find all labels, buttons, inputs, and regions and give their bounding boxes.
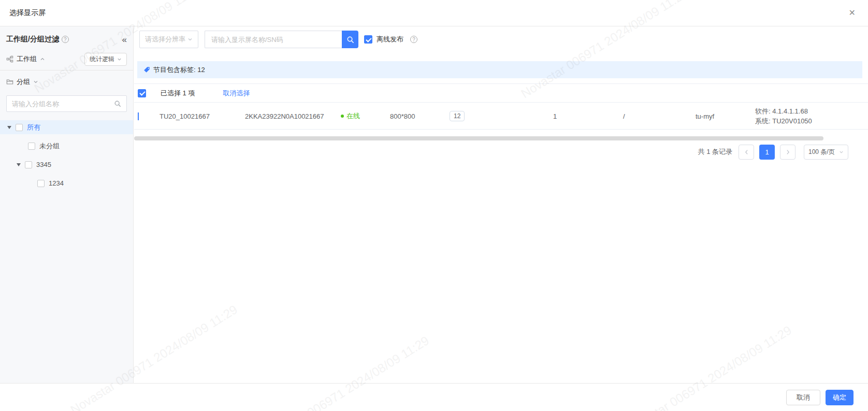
select-display-dialog: Novastar 006971 2024/08/09 11:29 Novasta…: [0, 0, 868, 411]
screen-owner: tu-myf: [691, 112, 751, 120]
tree-label: 1234: [49, 179, 64, 187]
close-icon[interactable]: ✕: [849, 9, 856, 17]
group-search-input[interactable]: [12, 100, 114, 108]
clear-selection-link[interactable]: 取消选择: [223, 89, 250, 98]
sidebar-divider: [0, 70, 133, 70]
tree-label: 所有: [27, 123, 40, 132]
tree-item-ungrouped[interactable]: 未分组: [0, 139, 133, 153]
folder-icon: [6, 78, 13, 86]
software-version: 软件: 4.1.4.1.1.68: [755, 106, 868, 116]
group-search-box: [6, 95, 127, 112]
row-checkbox[interactable]: [138, 112, 139, 120]
dialog-footer: 取消 确定: [0, 383, 868, 411]
search-icon[interactable]: [114, 100, 121, 107]
screen-status: 在线: [337, 111, 386, 121]
sidebar-header: 工作组/分组过滤 ? «: [0, 26, 133, 50]
online-dot-icon: [341, 115, 344, 118]
next-page-button[interactable]: [780, 145, 795, 160]
expand-caret-icon[interactable]: [17, 163, 21, 166]
tree-checkbox-ungrouped[interactable]: [28, 143, 35, 150]
tree-item-3345[interactable]: 3345: [0, 158, 133, 172]
search-button[interactable]: [342, 31, 358, 48]
expand-caret-icon[interactable]: [7, 126, 11, 129]
resolution-select[interactable]: 请选择分辨率: [139, 31, 198, 48]
chevron-up-icon: [40, 56, 45, 62]
tag-icon: [143, 66, 150, 73]
select-all-checkbox[interactable]: [138, 89, 146, 97]
screen-search-group: [205, 31, 358, 48]
screen-table-row[interactable]: TU20_10021667 2KKA23922N0A10021667 在线 80…: [134, 103, 868, 130]
prev-page-button[interactable]: [739, 145, 754, 160]
confirm-button[interactable]: 确定: [826, 390, 853, 405]
page-size-value: 100 条/页: [808, 148, 835, 157]
page-1-button[interactable]: 1: [759, 145, 775, 160]
stats-logic-button[interactable]: 统计逻辑: [84, 53, 127, 66]
status-text: 在线: [346, 111, 360, 121]
group-label: 分组: [17, 77, 30, 87]
system-version: 系统: TU20V01050: [755, 116, 868, 126]
main-panel: 请选择分辨率 离线发布 ? 节目包含标签: 12 已选择: [134, 26, 868, 383]
resolution-placeholder: 请选择分辨率: [145, 35, 187, 44]
screen-group-path: /: [619, 112, 691, 120]
workgroup-section-header[interactable]: 工作组 统计逻辑: [0, 50, 133, 68]
help-icon[interactable]: ?: [62, 36, 69, 43]
workgroup-icon: [6, 55, 13, 63]
stats-logic-label: 统计逻辑: [90, 55, 114, 64]
group-tree: 所有 未分组 3345 1234: [0, 120, 133, 190]
help-icon[interactable]: ?: [410, 36, 417, 43]
offline-publish-checkbox[interactable]: [364, 35, 372, 44]
program-tag-filter-bar: 节目包含标签: 12: [137, 61, 862, 78]
offline-publish-label: 离线发布: [377, 35, 403, 44]
tree-item-all[interactable]: 所有: [0, 120, 133, 134]
tree-checkbox-3345[interactable]: [25, 161, 32, 168]
selection-bar: 已选择 1 项 取消选择: [134, 83, 868, 103]
toolbar: 请选择分辨率 离线发布 ?: [139, 31, 417, 48]
screen-name: TU20_10021667: [155, 112, 241, 120]
chevron-down-icon: [33, 79, 38, 84]
tree-item-1234[interactable]: 1234: [0, 176, 133, 190]
chevron-down-icon: [187, 37, 193, 42]
pagination: 共 1 条记录 1 100 条/页: [698, 144, 848, 160]
tree-checkbox-all[interactable]: [16, 124, 23, 131]
dialog-title: 选择显示屏: [9, 8, 46, 18]
dialog-header: 选择显示屏 ✕: [0, 0, 868, 26]
cancel-button[interactable]: 取消: [786, 390, 820, 405]
chevron-down-icon: [117, 57, 122, 62]
collapse-sidebar-icon[interactable]: «: [122, 35, 127, 44]
total-records-text: 共 1 条记录: [698, 147, 732, 157]
group-section-header[interactable]: 分组: [0, 73, 133, 91]
chevron-right-icon: [786, 149, 790, 155]
sidebar-title: 工作组/分组过滤: [6, 35, 59, 44]
tree-checkbox-1234[interactable]: [37, 180, 45, 187]
screen-versions: 软件: 4.1.4.1.1.68 系统: TU20V01050: [751, 106, 868, 126]
workgroup-label: 工作组: [17, 54, 37, 64]
page-size-select[interactable]: 100 条/页: [804, 145, 848, 160]
tree-label: 未分组: [39, 141, 60, 151]
chevron-left-icon: [744, 149, 749, 155]
horizontal-scrollbar[interactable]: [134, 136, 823, 140]
filter-sidebar: 工作组/分组过滤 ? « 工作组 统计逻辑: [0, 26, 134, 383]
screen-search-input[interactable]: [205, 31, 342, 48]
screen-sn: 2KKA23922N0A10021667: [241, 112, 337, 120]
offline-publish-option: 离线发布 ?: [364, 35, 417, 44]
search-icon: [346, 36, 354, 44]
program-tag-text: 节目包含标签: 12: [153, 65, 205, 75]
chevron-down-icon: [839, 150, 844, 154]
screen-resolution: 800*800: [386, 112, 445, 120]
tag-badge[interactable]: 12: [450, 111, 465, 121]
selected-count-text: 已选择 1 项: [161, 89, 195, 98]
tree-label: 3345: [36, 161, 51, 168]
count-link[interactable]: 1: [553, 112, 557, 120]
